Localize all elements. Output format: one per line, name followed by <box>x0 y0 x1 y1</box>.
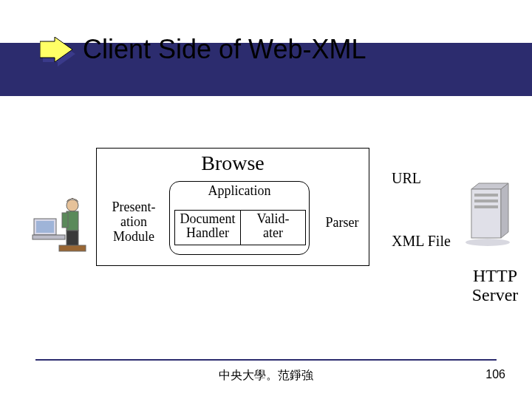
slide: Client Side of Web-XML Browse Present- a… <box>0 0 532 399</box>
http-server-label: HTTP Server <box>458 266 532 305</box>
page-number: 106 <box>485 368 505 381</box>
svg-marker-1 <box>40 37 72 62</box>
architecture-diagram: Browse Present- ation Module Application… <box>30 118 502 310</box>
arrow-right-icon <box>40 37 75 66</box>
url-label: URL <box>392 170 421 187</box>
page-title: Client Side of Web-XML <box>83 34 366 65</box>
doc-validator-box: Document Handler Valid- ater <box>174 210 306 245</box>
svg-rect-7 <box>62 213 68 228</box>
application-group: Application Document Handler Valid- ater <box>169 181 310 255</box>
person-at-computer-icon <box>30 192 89 266</box>
title-area: Client Side of Web-XML <box>0 0 532 96</box>
footer-center-text: 中央大學。范錚強 <box>0 368 532 383</box>
svg-rect-9 <box>59 245 86 251</box>
arrow-main-icon <box>40 37 72 62</box>
svg-rect-15 <box>474 205 498 208</box>
validator-label: Valid- ater <box>240 211 305 245</box>
application-label: Application <box>170 182 309 199</box>
browse-title: Browse <box>97 149 369 175</box>
svg-rect-4 <box>33 235 65 239</box>
svg-marker-12 <box>501 183 508 238</box>
document-handler-label: Document Handler <box>175 211 240 245</box>
svg-point-16 <box>466 239 510 246</box>
svg-rect-3 <box>36 221 54 233</box>
server-tower-icon <box>464 180 516 247</box>
svg-rect-13 <box>474 194 498 197</box>
xml-file-label: XML File <box>392 233 451 250</box>
svg-point-5 <box>66 200 78 211</box>
svg-rect-14 <box>474 200 498 202</box>
browser-box: Browse Present- ation Module Application… <box>96 148 369 266</box>
footer-divider <box>35 359 497 361</box>
presentation-module-label: Present- ation Module <box>104 200 163 244</box>
parser-label: Parser <box>320 215 364 231</box>
